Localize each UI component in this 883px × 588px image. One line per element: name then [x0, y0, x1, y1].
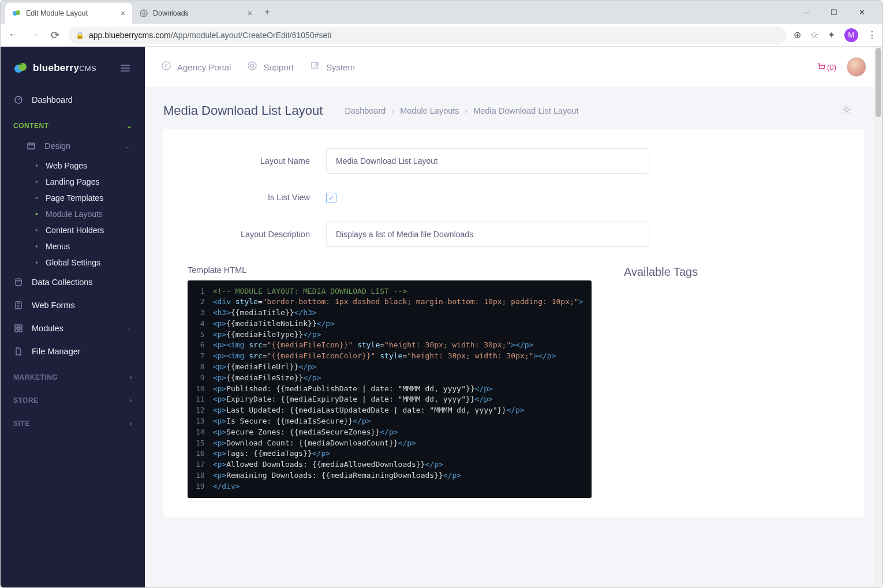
form-card: Layout Name Is List View ✓ Layout Descri…	[163, 129, 864, 518]
chevron-right-icon: ›	[130, 373, 133, 381]
chevron-right-icon: ›	[465, 106, 468, 115]
cart-button[interactable]: (0)	[815, 62, 836, 72]
page-title: Media Download List Layout	[163, 103, 323, 118]
sidebar-item-modules[interactable]: Modules ›	[1, 317, 145, 340]
code-editor[interactable]: 12345678910111213141516171819 <!-- MODUL…	[188, 280, 592, 498]
svg-point-8	[16, 279, 21, 281]
close-icon[interactable]: ×	[248, 9, 252, 18]
browser-tab-active[interactable]: Edit Module Layout ×	[5, 3, 132, 24]
chevron-right-icon: ›	[128, 325, 132, 332]
is-list-view-checkbox[interactable]: ✓	[326, 193, 336, 203]
chevron-right-icon: ›	[130, 420, 133, 428]
section-label: CONTENT	[13, 122, 49, 130]
row-layout-name: Layout Name	[188, 148, 840, 174]
nav-label: Support	[263, 62, 294, 72]
nav-system[interactable]: System	[310, 61, 355, 73]
sidebar-section-marketing[interactable]: MARKETING ›	[1, 363, 145, 386]
menu-icon[interactable]: ⋮	[867, 29, 877, 40]
sidebar-item-landing-pages[interactable]: Landing Pages	[1, 174, 145, 190]
minimize-button[interactable]: ―	[798, 8, 814, 17]
sidebar-item-web-pages[interactable]: Web Pages	[1, 158, 145, 174]
logo[interactable]: blueberryCMS	[1, 50, 145, 88]
svg-rect-13	[19, 329, 22, 332]
tab-bar: Edit Module Layout × Downloads × + ― ☐ ✕	[1, 1, 882, 24]
browser-tab[interactable]: Downloads ×	[132, 3, 259, 24]
window-controls: ― ☐ ✕	[790, 8, 878, 17]
back-button[interactable]: ←	[6, 29, 20, 41]
code-lines[interactable]: <!-- MODULE LAYOUT: MEDIA DOWNLOAD LIST …	[211, 284, 589, 495]
sidebar-item-dashboard[interactable]: Dashboard	[1, 88, 145, 111]
app: blueberryCMS Dashboard CONTENT ⌄ Design …	[1, 47, 882, 588]
breadcrumb-item[interactable]: Module Layouts	[400, 106, 459, 115]
sidebar-item-global-settings[interactable]: Global Settings	[1, 254, 145, 271]
hamburger-icon[interactable]	[118, 62, 132, 74]
toolbar-icons: ⊕ ☆ ✦ M ⋮	[794, 28, 877, 42]
row-is-list-view: Is List View ✓	[188, 192, 840, 203]
browser-chrome: Edit Module Layout × Downloads × + ― ☐ ✕…	[1, 1, 882, 47]
sidebar-item-label: Dashboard	[32, 95, 73, 104]
reload-button[interactable]: ⟳	[48, 29, 62, 42]
database-icon	[13, 277, 24, 287]
svg-point-16	[250, 64, 254, 68]
tab-title: Edit Module Layout	[26, 9, 88, 17]
extensions-icon[interactable]: ✦	[828, 29, 835, 40]
sidebar-item-data-collections[interactable]: Data Collections	[1, 271, 145, 294]
close-window-button[interactable]: ✕	[854, 8, 870, 17]
sidebar-item-design[interactable]: Design ⌄	[1, 134, 145, 158]
zoom-icon[interactable]: ⊕	[794, 29, 801, 40]
sidebar-item-web-forms[interactable]: Web Forms	[1, 294, 145, 317]
label-layout-name: Layout Name	[188, 156, 326, 166]
chevron-right-icon: ›	[130, 396, 133, 405]
svg-point-18	[845, 108, 848, 111]
svg-rect-7	[28, 143, 35, 149]
svg-rect-10	[15, 325, 18, 328]
sidebar-section-content[interactable]: CONTENT ⌄	[1, 111, 145, 134]
favicon-icon	[12, 9, 21, 18]
design-icon	[26, 141, 36, 151]
sidebar-item-file-manager[interactable]: File Manager	[1, 340, 145, 363]
close-icon[interactable]: ×	[121, 9, 125, 18]
available-tags-heading: Available Tags	[624, 265, 840, 279]
layout-description-input[interactable]	[326, 222, 649, 247]
sidebar: blueberryCMS Dashboard CONTENT ⌄ Design …	[1, 47, 145, 588]
section-label: MARKETING	[13, 373, 58, 381]
maximize-button[interactable]: ☐	[826, 8, 842, 17]
cart-count: (0)	[827, 63, 836, 72]
layout-name-input[interactable]	[326, 148, 649, 174]
profile-avatar[interactable]: M	[844, 28, 858, 42]
bookmark-icon[interactable]: ☆	[810, 29, 818, 40]
breadcrumb-item[interactable]: Dashboard	[345, 106, 386, 115]
sidebar-item-content-holders[interactable]: Content Holders	[1, 222, 145, 238]
sidebar-item-menus[interactable]: Menus	[1, 238, 145, 254]
sidebar-section-store[interactable]: STORE ›	[1, 386, 145, 409]
new-tab-button[interactable]: +	[259, 4, 275, 20]
sidebar-item-label: Data Collections	[32, 278, 93, 287]
svg-point-1	[16, 10, 20, 15]
sidebar-item-page-templates[interactable]: Page Templates	[1, 190, 145, 206]
url-bar[interactable]: 🔒 app.blueberrycms.com/App/moduleLayout/…	[69, 27, 787, 44]
forward-button[interactable]: →	[27, 29, 41, 41]
user-avatar[interactable]	[847, 57, 866, 77]
breadcrumb-item: Media Download List Layout	[473, 106, 578, 115]
sidebar-item-module-layouts[interactable]: Module Layouts	[1, 206, 145, 222]
svg-point-5	[20, 63, 22, 65]
back-circle-icon	[161, 61, 171, 73]
url-bar-row: ← → ⟳ 🔒 app.blueberrycms.com/App/moduleL…	[1, 24, 882, 47]
nav-label: Agency Portal	[177, 62, 231, 72]
nav-support[interactable]: Support	[247, 61, 294, 73]
logo-icon	[13, 61, 28, 76]
nav-agency-portal[interactable]: Agency Portal	[161, 61, 231, 73]
topbar: Agency Portal Support System (0)	[145, 47, 882, 87]
file-icon	[13, 346, 24, 357]
scrollbar-thumb[interactable]	[875, 48, 881, 117]
sidebar-section-site[interactable]: SITE ›	[1, 409, 145, 432]
template-section: Template HTML 12345678910111213141516171…	[188, 265, 840, 498]
section-label: STORE	[13, 396, 39, 405]
breadcrumb: Dashboard › Module Layouts › Media Downl…	[345, 106, 578, 115]
scrollbar[interactable]	[874, 47, 882, 588]
tab-title: Downloads	[153, 9, 189, 17]
gear-icon[interactable]	[841, 104, 864, 118]
sidebar-item-label: Modules	[32, 324, 63, 333]
url-path: /App/moduleLayout/CreateOrEdit/61050#set…	[171, 31, 332, 40]
external-link-icon	[310, 61, 320, 73]
